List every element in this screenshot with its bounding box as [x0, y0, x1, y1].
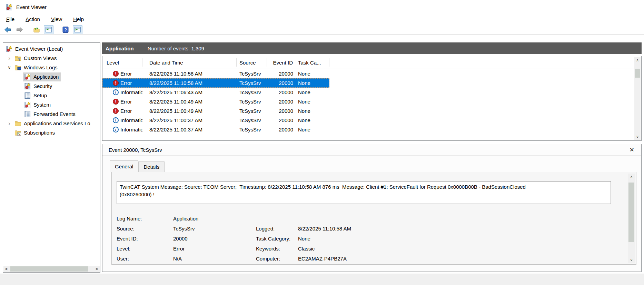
- show-hide-action-pane-button[interactable]: [73, 25, 82, 34]
- subscriptions-folder-icon: [14, 129, 21, 136]
- column-header-task-category[interactable]: Task Ca...: [295, 58, 329, 67]
- details-title: Event 20000, TcSysSrv: [109, 147, 162, 153]
- up-one-level-icon: [33, 26, 40, 33]
- event-details-pane: Event 20000, TcSysSrv ✕ General Details …: [102, 144, 642, 272]
- field-label-task-category: Task Category:: [256, 236, 298, 242]
- information-level-icon: [113, 89, 119, 95]
- event-list-vertical-scrollbar[interactable]: ∧ ∨: [634, 57, 641, 140]
- field-value-logged: 8/22/2025 11:10:58 AM: [298, 226, 351, 232]
- scrollbar-thumb[interactable]: [635, 69, 640, 78]
- chevron-right-icon[interactable]: ›: [5, 120, 13, 127]
- menu-bar: File Action View Help: [0, 14, 644, 23]
- results-log-name: Application: [106, 46, 134, 51]
- tree-item-system[interactable]: System: [3, 100, 100, 109]
- menu-action[interactable]: Action: [26, 16, 40, 22]
- tab-general[interactable]: General: [110, 160, 138, 172]
- details-vertical-scrollbar[interactable]: ∧ ∨: [628, 174, 635, 263]
- back-arrow-icon: [4, 26, 11, 33]
- tree-item-application[interactable]: Application: [3, 72, 100, 81]
- field-value-computer: EC2AMAZ-P4PB27A: [298, 256, 351, 262]
- event-row[interactable]: Error 8/22/2025 11:00:49 AM TcSysSrv 200…: [102, 97, 329, 106]
- tree-item-event-viewer-local[interactable]: Event Viewer (Local): [3, 44, 100, 53]
- back-button[interactable]: [3, 25, 12, 34]
- event-row[interactable]: Error 8/22/2025 11:10:58 AM TcSysSrv 200…: [102, 69, 329, 78]
- tree-item-forwarded-events[interactable]: Forwarded Events: [3, 109, 100, 119]
- tab-details[interactable]: Details: [138, 161, 165, 172]
- help-button[interactable]: [61, 25, 70, 34]
- field-label-source: Source:: [117, 226, 173, 232]
- field-label-log-name: Log Name:: [117, 216, 173, 222]
- tree-item-windows-logs[interactable]: ∨ Windows Logs: [3, 63, 100, 72]
- window-title: Event Viewer: [16, 4, 47, 10]
- field-label-computer: Computer:: [256, 256, 298, 262]
- event-row[interactable]: Information 8/22/2025 11:00:37 AM TcSysS…: [102, 116, 329, 125]
- chevron-right-icon[interactable]: ›: [5, 55, 13, 62]
- event-viewer-app-icon: [6, 3, 13, 11]
- error-level-icon: [113, 80, 119, 86]
- scroll-up-icon[interactable]: ∧: [628, 174, 635, 180]
- custom-views-folder-icon: [14, 55, 21, 62]
- event-message-box: TwinCAT System Message: Source: TCOM Ser…: [117, 181, 611, 204]
- windows-logs-folder-icon: [14, 64, 21, 71]
- chevron-down-icon[interactable]: ∨: [5, 64, 13, 71]
- field-value-source: TcSysSrv: [173, 226, 256, 232]
- results-pane-header: Application Number of events: 1,309: [102, 42, 642, 54]
- scroll-right-icon[interactable]: >: [94, 266, 100, 272]
- field-value-user: N/A: [173, 256, 256, 262]
- tree-item-subscriptions[interactable]: Subscriptions: [3, 128, 100, 137]
- forwarded-events-log-icon: [24, 111, 31, 118]
- field-value-task-category: None: [298, 236, 351, 242]
- details-tabs: General Details: [110, 160, 165, 172]
- event-fields: Log Name: Application Source: TcSysSrv L…: [117, 214, 351, 264]
- general-tab-content: TwinCAT System Message: Source: TCOM Ser…: [111, 172, 636, 265]
- error-level-icon: [113, 71, 119, 77]
- menu-view[interactable]: View: [51, 16, 62, 22]
- console-tree-icon: [45, 26, 52, 33]
- system-log-icon: [24, 101, 31, 108]
- error-level-icon: [113, 108, 119, 114]
- scroll-left-icon[interactable]: <: [3, 266, 9, 272]
- tree-item-setup[interactable]: Setup: [3, 91, 100, 100]
- application-log-icon: [24, 73, 31, 80]
- event-row-selected[interactable]: Error 8/22/2025 11:10:58 AM TcSysSrv 200…: [102, 78, 329, 88]
- event-row[interactable]: Information 8/22/2025 11:06:43 AM TcSysS…: [102, 88, 329, 97]
- setup-log-icon: [24, 92, 31, 99]
- scroll-up-icon[interactable]: ∧: [634, 57, 641, 63]
- field-value-level: Error: [173, 246, 256, 252]
- field-value-log-name: Application: [173, 216, 256, 222]
- scrollbar-thumb[interactable]: [10, 266, 88, 272]
- information-level-icon: [113, 127, 119, 132]
- tree-item-security[interactable]: Security: [3, 81, 100, 91]
- close-icon[interactable]: ✕: [630, 146, 634, 154]
- show-hide-console-tree-button[interactable]: [44, 25, 53, 34]
- menu-file[interactable]: File: [6, 16, 14, 22]
- column-header-level[interactable]: Level: [102, 58, 142, 67]
- help-icon: [62, 26, 69, 33]
- field-value-event-id: 20000: [173, 236, 256, 242]
- scroll-down-icon[interactable]: ∨: [634, 134, 641, 140]
- column-header-event-id[interactable]: Event ID: [267, 58, 295, 67]
- scrollbar-thumb[interactable]: [628, 183, 634, 242]
- events-count: Number of events: 1,309: [148, 46, 204, 51]
- error-level-icon: [113, 99, 119, 105]
- field-label-user: User:: [117, 256, 173, 262]
- applications-services-folder-icon: [14, 120, 21, 127]
- window-bottom-strip: [0, 274, 644, 285]
- forward-button[interactable]: [15, 25, 24, 34]
- event-list-header: Level Date and Time Source Event ID Task…: [102, 56, 641, 69]
- scroll-down-icon[interactable]: ∨: [628, 257, 635, 263]
- up-one-level-button[interactable]: [32, 25, 41, 34]
- toolbar-separator: [57, 26, 57, 33]
- tree-item-applications-and-services-logs[interactable]: › Applications and Services Lo: [3, 119, 100, 128]
- column-header-source[interactable]: Source: [237, 58, 267, 67]
- tree-item-custom-views[interactable]: › Custom Views: [3, 53, 100, 63]
- toolbar: [0, 25, 644, 35]
- event-list: Level Date and Time Source Event ID Task…: [102, 56, 642, 141]
- column-header-date-time[interactable]: Date and Time: [142, 58, 237, 67]
- sidebar-horizontal-scrollbar[interactable]: < >: [3, 266, 100, 272]
- menu-help[interactable]: Help: [73, 16, 84, 22]
- event-viewer-icon: [6, 46, 13, 52]
- forward-arrow-icon: [16, 26, 23, 33]
- event-row[interactable]: Error 8/22/2025 11:00:49 AM TcSysSrv 200…: [102, 106, 329, 116]
- event-row[interactable]: Information 8/22/2025 11:00:37 AM TcSysS…: [102, 125, 329, 134]
